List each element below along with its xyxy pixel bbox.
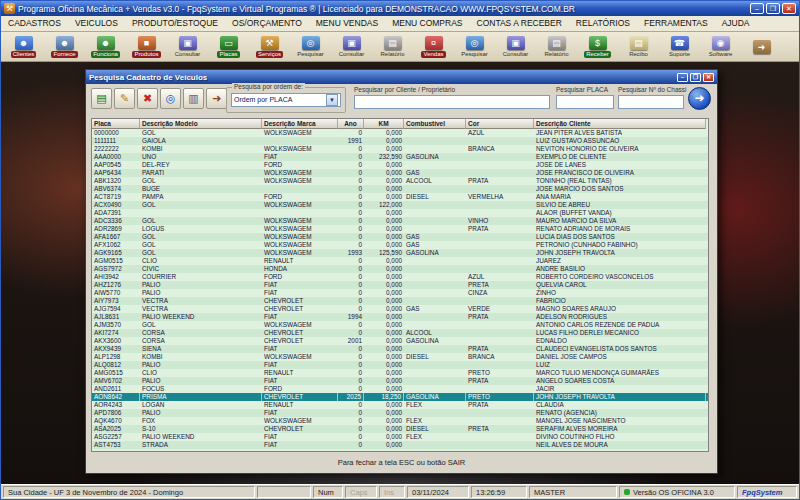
grid-row[interactable]: AIW5770PALIOFIAT00,000CINZAZINHO	[92, 289, 708, 297]
toolbar-receber-button[interactable]: $Receber	[577, 33, 618, 61]
toolbar-consultar-button[interactable]: ▣Consultar	[331, 33, 372, 61]
search-button[interactable]: ◎	[160, 88, 181, 109]
grid-row[interactable]: AND2611FOCUSFORD00,000JACIR	[92, 385, 708, 393]
grid-row[interactable]: AKI7274CORSACHEVROLET00,000ALCOOLLUCAS F…	[92, 329, 708, 337]
dialog-close-button[interactable]: ✕	[703, 73, 714, 82]
menu-menu-vendas[interactable]: MENU VENDAS	[309, 16, 385, 31]
column-header-ano[interactable]: Ano	[338, 119, 364, 129]
grid-row[interactable]: AHI3942COURRIERFORD00,000AZULROBERTO COR…	[92, 273, 708, 281]
grid-row[interactable]: ABV6374BUGE00,000JOSE MARCIO DOS SANTOS	[92, 185, 708, 193]
grid-row[interactable]: AJG7594VECTRACHEVROLET00,000GASVERDEMAGN…	[92, 305, 708, 313]
cell-modelo: CORSA	[140, 337, 262, 345]
menu-menu-compras[interactable]: MENU COMPRAS	[385, 16, 469, 31]
minimize-button[interactable]: –	[750, 3, 764, 14]
column-header-marca[interactable]: Descrição Marca	[262, 119, 338, 129]
dialog-maximize-button[interactable]: ❐	[690, 73, 701, 82]
delete-button[interactable]: ✖	[137, 88, 158, 109]
grid-row[interactable]: ADC3336GOLWOLKSWAGEM00,000VINHOMAURO MAR…	[92, 217, 708, 225]
column-header-placa[interactable]: Placa	[92, 119, 140, 129]
grid-row[interactable]: AAA0000UNOFIAT0232,590GASOLINAEXEMPLO DE…	[92, 153, 708, 161]
toolbar-funciona-button[interactable]: ☻Funciona	[85, 33, 126, 61]
grid-row[interactable]: 0000000GOLWOLKSWAGEM00,000AZULJEAN PITER…	[92, 129, 708, 137]
toolbar-produtos-button[interactable]: ■Produtos	[126, 33, 167, 61]
dialog-minimize-button[interactable]: –	[677, 73, 688, 82]
toolbar-recibo-button[interactable]: ▤Recibo	[618, 33, 659, 61]
toolbar-consultar-button[interactable]: ▣Consultar	[167, 33, 208, 61]
grid-row[interactable]: 2222222KOMBIWOLKSWAGEM00,000BRANCANEVITO…	[92, 145, 708, 153]
toolbar-relat-rio-button[interactable]: ▤Relatório	[372, 33, 413, 61]
column-header-cliente[interactable]: Descrição Cliente	[534, 119, 706, 129]
chevron-down-icon[interactable]: ▼	[326, 94, 338, 106]
maximize-button[interactable]: ❐	[766, 3, 780, 14]
grid-row[interactable]: AQK4670FOXWOLKSWAGEM00,000FLEXMANOEL JOS…	[92, 417, 708, 425]
exit-button[interactable]: ➜	[206, 88, 227, 109]
plate-search-input[interactable]	[556, 95, 614, 109]
grid-row[interactable]: ACX0490GOLWOLKSWAGEM0122,000SILVIO DE AB…	[92, 201, 708, 209]
grid-row[interactable]: AOR4243LOGANRENAULT00,000FLEXPRATACLAUDI…	[92, 401, 708, 409]
toolbar-fornece-button[interactable]: ☻Fornece	[44, 33, 85, 61]
toolbar-servi-os-button[interactable]: ⚒Serviços	[249, 33, 290, 61]
grid-row[interactable]: AFX1062GOLWOLKSWAGEM00,000GASPETRONIO (C…	[92, 241, 708, 249]
grid-row[interactable]: 1111111GAIOLA19910,000LUIZ GUSTAVO ASSUN…	[92, 137, 708, 145]
grid-row[interactable]: AGS7972CIVICHONDA00,000ANDRE BASILIO	[92, 265, 708, 273]
report-button[interactable]: ▥	[183, 88, 204, 109]
grid-row[interactable]: ASA2025S-10CHEVROLET00,000DIESELPRETASER…	[92, 425, 708, 433]
cell-km: 0,000	[364, 417, 404, 425]
grid-row[interactable]: ADA739100,000ALAOR (BUFFET VANDA)	[92, 209, 708, 217]
menu-relat-rios[interactable]: RELATÓRIOS	[569, 16, 637, 31]
search-go-button[interactable]: ➜	[688, 87, 711, 110]
column-header-modelo[interactable]: Descrição Modelo	[140, 119, 262, 129]
toolbar-pesquisar-button[interactable]: ◎Pesquisar	[290, 33, 331, 61]
column-header-combustivel[interactable]: Combustível	[404, 119, 466, 129]
menu-ferramentas[interactable]: FERRAMENTAS	[637, 16, 715, 31]
grid-row[interactable]: AJM3570GOLWOLKSWAGEM00,000ANTONIO CARLOS…	[92, 321, 708, 329]
grid-row[interactable]: AAP0545DEL-REYFORD00,000JOSE DE LANES	[92, 161, 708, 169]
grid-row[interactable]: APD7806PALIOFIAT00,000RENATO (AGENCIA)	[92, 409, 708, 417]
toolbar-exit-icon-button[interactable]: ➜	[741, 33, 782, 61]
grid-row[interactable]: ABK1320GOLWOLKSWAGEM00,000ALCOOLPRATATON…	[92, 177, 708, 185]
grid-row[interactable]: AKX3600CORSACHEVROLET20010,000GASOLINAED…	[92, 337, 708, 345]
grid-row[interactable]: AJL8631PALIO WEEKENDFIAT19940,000PRATAAD…	[92, 313, 708, 321]
grid-row[interactable]: ALP1298KOMBIWOLKSWAGEM00,000DIESELBRANCA…	[92, 353, 708, 361]
grid-row[interactable]: ALQ0812PALIOFIAT00,000LUIZ	[92, 361, 708, 369]
menu-veiculos[interactable]: VEICULOS	[68, 16, 125, 31]
close-button[interactable]: ✕	[782, 3, 796, 14]
edit-button[interactable]: ✎	[114, 88, 135, 109]
cell-modelo: S-10	[140, 425, 262, 433]
menu-produto-estoque[interactable]: PRODUTO/ESTOQUE	[125, 16, 225, 31]
column-header-cor[interactable]: Cor	[466, 119, 534, 129]
toolbar-software-button[interactable]: ◉Software	[700, 33, 741, 61]
cell-cliente: RENATO (AGENCIA)	[534, 409, 706, 417]
column-header-km[interactable]: KM	[364, 119, 404, 129]
menu-contas-a-receber[interactable]: CONTAS A RECEBER	[470, 16, 569, 31]
grid-row[interactable]: AKX9439SIENAFIAT00,000PRATACLAUDECI EVAN…	[92, 345, 708, 353]
grid-row[interactable]: AIY7973VECTRACHEVROLET00,000FABRICIO	[92, 297, 708, 305]
toolbar-suporte-button[interactable]: ☎Suporte	[659, 33, 700, 61]
grid-row[interactable]: AAP6434PARATIWOLKSWAGEM00,000GASJOSE FRA…	[92, 169, 708, 177]
print-button[interactable]: ▤	[91, 88, 112, 109]
toolbar-vendas-button[interactable]: ¤Vendas	[413, 33, 454, 61]
toolbar-clientes-button[interactable]: ☻Clientes	[3, 33, 44, 61]
chassis-search-input[interactable]	[618, 95, 684, 109]
toolbar-pesquisar-button[interactable]: ◎Pesquisar	[454, 33, 495, 61]
toolbar-consultar-button[interactable]: ▣Consultar	[495, 33, 536, 61]
order-select[interactable]: Ordem por PLACA ▼	[231, 93, 341, 107]
grid-row[interactable]: AMG0515CLIORENAULT00,000PRETOMARCO TULIO…	[92, 369, 708, 377]
menu-cadastros[interactable]: CADASTROS	[1, 16, 68, 31]
cell-ano: 0	[338, 129, 364, 137]
grid-row[interactable]: AHZ1276PALIOFIAT00,000PRETAQUELVIA CAROL	[92, 281, 708, 289]
grid-row[interactable]: AMV6702PALIOFIAT00,000PRATAANGELO SOARES…	[92, 377, 708, 385]
grid-row[interactable]: ASG2257PALIO WEEKENDFIAT00,000FLEXDIVINO…	[92, 433, 708, 441]
client-search-input[interactable]	[354, 95, 550, 109]
grid-row[interactable]: AON8642PRISMACHEVROLET202518,250GASOLINA…	[92, 393, 708, 401]
grid-row[interactable]: ADR2869LOGUSWOLKSWAGEM00,000PRATARENATO …	[92, 225, 708, 233]
grid-row[interactable]: AGM0515CLIORENAULT00,000JUAREZ	[92, 257, 708, 265]
grid-row[interactable]: AGK9165GOLWOLKSWAGEM1993125,590GASOLINAJ…	[92, 249, 708, 257]
grid-row[interactable]: AST4753STRADAFIAT00,000NEIL ALVES DE MOU…	[92, 441, 708, 449]
grid-row[interactable]: ACT8719PAMPAFORD00,000DIESELVERMELHAANA …	[92, 193, 708, 201]
toolbar-relat-rio-button[interactable]: ▤Relatório	[536, 33, 577, 61]
menu-os-or-amento[interactable]: OS/ORÇAMENTO	[225, 16, 309, 31]
menu-ajuda[interactable]: AJUDA	[715, 16, 757, 31]
grid-row[interactable]: AFA1667GOLWOLKSWAGEM00,000GASLUCIA DIAS …	[92, 233, 708, 241]
toolbar-placas-button[interactable]: ▭Placas	[208, 33, 249, 61]
